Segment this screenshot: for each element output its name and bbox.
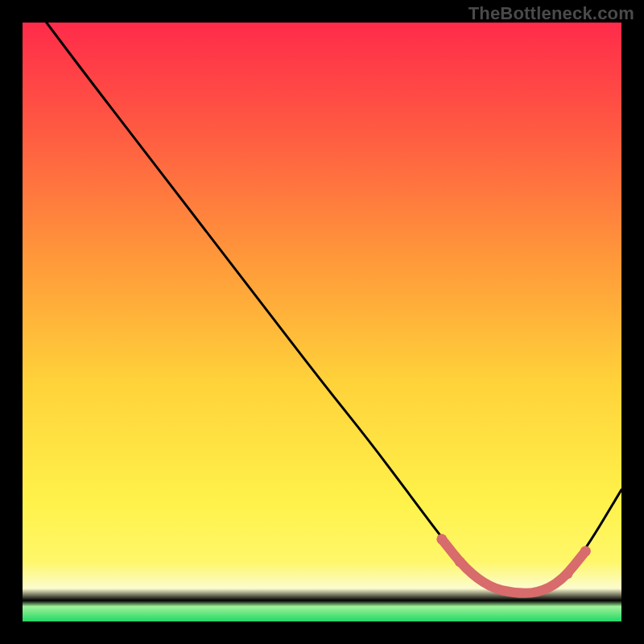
gradient-backdrop <box>23 23 621 621</box>
optimal-dot <box>563 568 573 579</box>
optimal-dot <box>580 546 591 556</box>
plot-area <box>23 23 621 621</box>
optimal-dot <box>436 534 447 544</box>
watermark-text: TheBottleneck.com <box>469 3 634 24</box>
chart-stage: TheBottleneck.com <box>0 0 644 644</box>
optimal-dot <box>455 556 465 567</box>
chart-svg <box>23 23 621 621</box>
